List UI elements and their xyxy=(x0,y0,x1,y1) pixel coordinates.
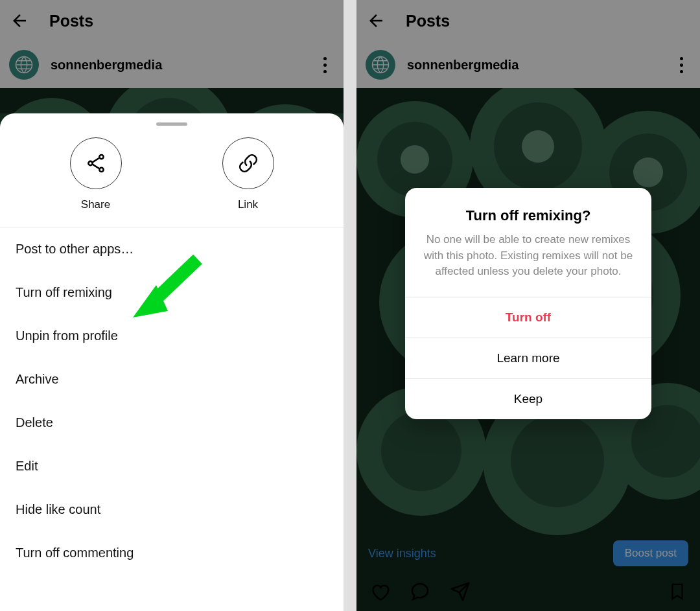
menu-item-hide-like-count[interactable]: Hide like count xyxy=(0,488,344,531)
menu-list: Post to other apps… Turn off remixing Un… xyxy=(0,227,344,575)
menu-item-turn-off-remixing[interactable]: Turn off remixing xyxy=(0,271,344,314)
confirm-dialog: Turn off remixing? No one will be able t… xyxy=(405,188,651,419)
turn-off-button[interactable]: Turn off xyxy=(405,297,651,338)
menu-item-edit[interactable]: Edit xyxy=(0,444,344,488)
phone-left: Posts sonnenbergmedia xyxy=(0,0,344,611)
menu-item-post-apps[interactable]: Post to other apps… xyxy=(0,227,344,271)
link-icon xyxy=(237,152,259,174)
sheet-top-actions: Share Link xyxy=(0,137,344,227)
phone-right: Posts sonnenbergmedia xyxy=(356,0,700,611)
dim-overlay xyxy=(0,0,344,113)
dialog-title: Turn off remixing? xyxy=(405,188,651,232)
learn-more-button[interactable]: Learn more xyxy=(405,338,651,378)
divider xyxy=(344,0,356,611)
sheet-grabber[interactable] xyxy=(156,122,187,126)
svg-point-24 xyxy=(88,161,92,165)
share-icon xyxy=(85,152,107,174)
link-button[interactable]: Link xyxy=(222,137,274,211)
share-button[interactable]: Share xyxy=(70,137,122,211)
dialog-message: No one will be able to create new remixe… xyxy=(405,232,651,297)
keep-button[interactable]: Keep xyxy=(405,378,651,419)
bottom-sheet: Share Link Post to other apps… Turn off … xyxy=(0,113,344,611)
share-label: Share xyxy=(81,198,110,211)
menu-item-unpin[interactable]: Unpin from profile xyxy=(0,314,344,358)
menu-item-archive[interactable]: Archive xyxy=(0,358,344,401)
svg-point-23 xyxy=(99,155,103,159)
menu-item-delete[interactable]: Delete xyxy=(0,401,344,444)
svg-point-25 xyxy=(99,168,103,172)
menu-item-turn-off-commenting[interactable]: Turn off commenting xyxy=(0,531,344,575)
link-label: Link xyxy=(238,198,258,211)
